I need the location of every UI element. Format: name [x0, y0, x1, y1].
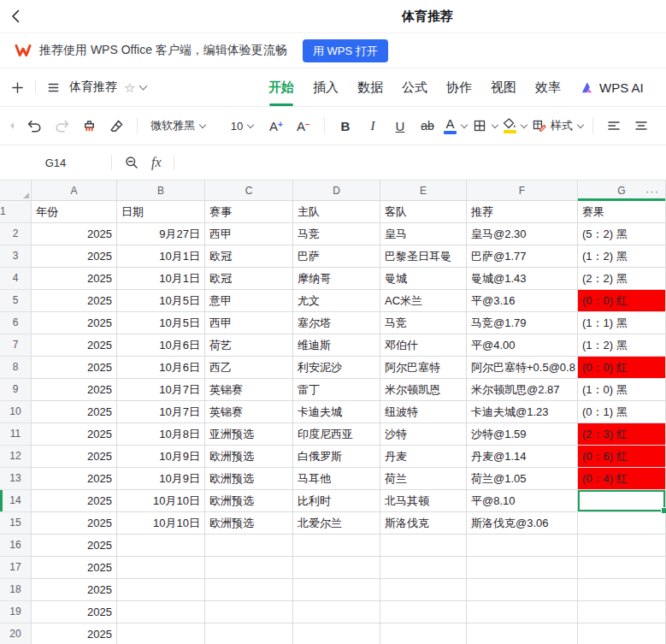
- cell-G6[interactable]: (1：1) 黑: [578, 312, 666, 334]
- cell-G20[interactable]: [578, 623, 666, 644]
- cell-B6[interactable]: 10月5日: [117, 312, 205, 334]
- cell-E19[interactable]: [380, 601, 467, 623]
- cell-C1[interactable]: 赛事: [205, 201, 293, 223]
- tab-view[interactable]: 视图: [481, 68, 526, 106]
- cell-G3[interactable]: (1：2) 黑: [578, 245, 666, 268]
- cell-C5[interactable]: 意甲: [205, 290, 293, 312]
- italic-button[interactable]: I: [362, 112, 384, 139]
- cell-C20[interactable]: [205, 623, 293, 644]
- new-sheet-button[interactable]: [10, 80, 25, 95]
- cell-G19[interactable]: [578, 601, 666, 623]
- eraser-icon[interactable]: [105, 112, 127, 139]
- font-size-select[interactable]: 10: [224, 112, 260, 139]
- cell-B13[interactable]: 10月9日: [117, 468, 205, 490]
- cell-A4[interactable]: 2025: [32, 268, 117, 290]
- cell-F12[interactable]: 丹麦@1.14: [467, 446, 578, 468]
- row-header-3[interactable]: 3: [0, 245, 32, 268]
- row-header-16[interactable]: 16: [0, 535, 32, 557]
- bold-button[interactable]: B: [334, 112, 357, 139]
- cell-C17[interactable]: [205, 557, 293, 579]
- cell-A1[interactable]: 年份: [32, 201, 117, 223]
- decrease-font-button[interactable]: A−: [292, 112, 315, 139]
- cell-F19[interactable]: [467, 601, 578, 623]
- col-header-F[interactable]: F: [467, 180, 578, 200]
- tab-efficiency[interactable]: 效率: [526, 68, 570, 106]
- cell-A16[interactable]: 2025: [32, 535, 117, 557]
- cell-F16[interactable]: [467, 535, 578, 557]
- cell-D11[interactable]: 印度尼西亚: [293, 423, 380, 446]
- cell-A17[interactable]: 2025: [32, 557, 117, 579]
- cell-G2[interactable]: (5：2) 黑: [578, 223, 666, 245]
- more-columns-button[interactable]: ···: [645, 185, 659, 196]
- cell-A19[interactable]: 2025: [32, 601, 117, 623]
- cell-E7[interactable]: 邓伯什: [380, 334, 467, 357]
- cell-G10[interactable]: (0：1) 黑: [578, 401, 666, 423]
- cell-F15[interactable]: 斯洛伐克@3.06: [467, 512, 578, 535]
- cell-E3[interactable]: 巴黎圣日耳曼: [380, 245, 467, 268]
- cell-F1[interactable]: 推荐: [467, 201, 578, 223]
- row-header-9[interactable]: 9: [0, 379, 32, 401]
- cell-D12[interactable]: 白俄罗斯: [293, 446, 380, 468]
- cell-A3[interactable]: 2025: [32, 245, 117, 268]
- cell-G15[interactable]: [578, 512, 666, 535]
- cell-B20[interactable]: [117, 623, 205, 644]
- cell-E1[interactable]: 客队: [380, 201, 467, 223]
- cell-F8[interactable]: 阿尔巴塞特+0.5@0.8: [467, 357, 578, 379]
- zoom-out-icon[interactable]: [124, 155, 139, 170]
- cell-D2[interactable]: 马竞: [293, 223, 380, 245]
- cell-E9[interactable]: 米尔顿凯恩: [380, 379, 467, 401]
- align-center-button[interactable]: [630, 112, 652, 139]
- cell-G13[interactable]: (0：4) 红: [578, 468, 666, 490]
- cell-D7[interactable]: 维迪斯: [293, 334, 380, 357]
- cell-D20[interactable]: [293, 623, 380, 644]
- cell-G16[interactable]: [578, 535, 666, 557]
- cell-C12[interactable]: 欧洲预选: [205, 446, 293, 468]
- cell-G7[interactable]: (1：2) 黑: [578, 334, 666, 357]
- cell-D4[interactable]: 摩纳哥: [293, 268, 380, 290]
- cell-E6[interactable]: 马竞: [380, 312, 467, 334]
- cell-F4[interactable]: 曼城@1.43: [467, 268, 578, 290]
- cell-C18[interactable]: [205, 579, 293, 601]
- row-header-15[interactable]: 15: [0, 512, 32, 535]
- cell-E8[interactable]: 阿尔巴塞特: [380, 357, 467, 379]
- cell-B5[interactable]: 10月5日: [117, 290, 205, 312]
- cell-F3[interactable]: 巴萨@1.77: [467, 245, 578, 268]
- font-family-select[interactable]: 微软雅黑: [147, 112, 219, 139]
- row-header-4[interactable]: 4: [0, 268, 32, 290]
- cell-D13[interactable]: 马耳他: [293, 468, 380, 490]
- cell-A11[interactable]: 2025: [32, 423, 117, 446]
- cell-G8[interactable]: (0：0) 红: [578, 357, 666, 379]
- cell-B8[interactable]: 10月6日: [117, 357, 205, 379]
- cell-A15[interactable]: 2025: [32, 512, 117, 535]
- align-left-button[interactable]: [603, 112, 625, 139]
- cell-D1[interactable]: 主队: [293, 201, 380, 223]
- tab-collab[interactable]: 协作: [437, 68, 481, 106]
- menu-icon[interactable]: [46, 80, 61, 95]
- col-header-C[interactable]: C: [205, 180, 293, 200]
- cell-A14[interactable]: 2025: [32, 490, 117, 512]
- cell-E15[interactable]: 斯洛伐克: [380, 512, 467, 535]
- cell-D3[interactable]: 巴萨: [293, 245, 380, 268]
- row-header-13[interactable]: 13: [0, 468, 32, 490]
- row-header-7[interactable]: 7: [0, 334, 32, 357]
- cell-D18[interactable]: [293, 579, 380, 601]
- col-header-G[interactable]: G···: [578, 180, 666, 200]
- cell-C16[interactable]: [205, 535, 293, 557]
- cell-A6[interactable]: 2025: [32, 312, 117, 334]
- row-header-12[interactable]: 12: [0, 446, 32, 468]
- cell-G1[interactable]: 赛果: [578, 201, 666, 223]
- cell-C3[interactable]: 欧冠: [205, 245, 293, 268]
- cell-G9[interactable]: (1：0) 黑: [578, 379, 666, 401]
- cell-G4[interactable]: (2：2) 黑: [578, 268, 666, 290]
- cell-D19[interactable]: [293, 601, 380, 623]
- cell-D17[interactable]: [293, 557, 380, 579]
- cell-C4[interactable]: 欧冠: [205, 268, 293, 290]
- cell-G11[interactable]: (2：3) 红: [578, 423, 666, 446]
- cell-D14[interactable]: 比利时: [293, 490, 380, 512]
- cell-E20[interactable]: [380, 623, 467, 644]
- cell-A13[interactable]: 2025: [32, 468, 117, 490]
- row-header-2[interactable]: 2: [0, 223, 32, 245]
- cell-E4[interactable]: 曼城: [380, 268, 467, 290]
- cell-B4[interactable]: 10月1日: [117, 268, 205, 290]
- cell-B7[interactable]: 10月6日: [117, 334, 205, 357]
